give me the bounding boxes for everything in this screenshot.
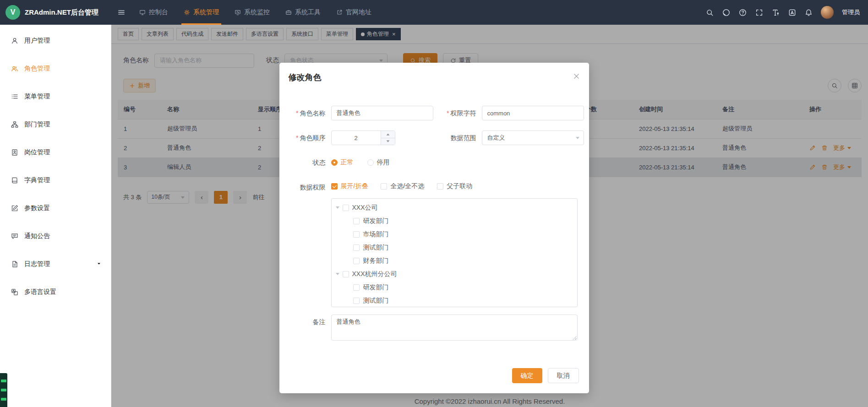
checkbox-icon	[437, 183, 443, 190]
external-link-icon	[336, 9, 343, 16]
data-perm-options: 展开/折叠全选/全不选父子联动	[331, 180, 473, 193]
org-icon	[11, 121, 18, 128]
sidebar-item-7[interactable]: 通知公告	[0, 222, 111, 250]
chevron-up-icon	[386, 133, 389, 135]
font-size-icon[interactable]	[772, 9, 780, 16]
checkbox-icon[interactable]	[353, 244, 360, 251]
tools-icon	[285, 9, 292, 16]
checkbox-icon[interactable]	[353, 284, 360, 291]
search-icon[interactable]	[706, 9, 714, 16]
dialog-body: *角色名称 普通角色 *权限字符 common *角色顺序 2	[279, 83, 589, 368]
sidebar-item-6[interactable]: 参数设置	[0, 194, 111, 222]
top-nav: 控制台系统管理系统监控系统工具官网地址	[131, 0, 379, 25]
tree-node-child[interactable]: 研发部门	[332, 214, 577, 228]
checkbox-icon	[381, 183, 387, 190]
chat-icon	[11, 233, 18, 240]
tree-node[interactable]: XXX公司	[332, 201, 577, 214]
user-name[interactable]: 管理员	[842, 8, 860, 16]
status-radio-0[interactable]: 正常	[331, 158, 354, 167]
perm-checkbox-0[interactable]: 展开/折叠	[331, 182, 368, 190]
status-radio-1[interactable]: 停用	[367, 158, 390, 167]
sidebar: 用户管理角色管理菜单管理部门管理岗位管理字典管理参数设置通知公告日志管理多语言设…	[0, 25, 111, 407]
role-name-label: *角色名称	[279, 106, 331, 120]
stepper-controls	[381, 131, 395, 145]
caret-down-icon[interactable]	[336, 273, 339, 275]
header-actions: 管理员	[706, 6, 868, 19]
sidebar-item-9[interactable]: 多语言设置	[0, 278, 111, 306]
sidebar-item-1[interactable]: 角色管理	[0, 54, 111, 82]
question-icon[interactable]	[739, 9, 747, 16]
header-icon-group	[706, 9, 813, 16]
nav-item-1[interactable]: 系统管理	[176, 0, 227, 25]
book-icon	[11, 177, 18, 184]
confirm-button[interactable]: 确定	[512, 368, 542, 383]
stepper-down-button[interactable]	[381, 138, 395, 145]
github-icon[interactable]	[722, 9, 730, 16]
perm-checkbox-2[interactable]: 父子联动	[437, 182, 472, 190]
radio-icon	[331, 159, 338, 166]
dept-tree: XXX公司研发部门市场部门测试部门财务部门XXX杭州分公司研发部门测试部门	[331, 198, 578, 307]
checkbox-icon[interactable]	[343, 271, 349, 277]
sidebar-item-0[interactable]: 用户管理	[0, 27, 111, 54]
monitor-icon	[139, 9, 146, 16]
avatar[interactable]	[821, 6, 834, 19]
checkbox-icon[interactable]	[353, 298, 360, 304]
sidebar-item-4[interactable]: 岗位管理	[0, 138, 111, 166]
checkbox-icon[interactable]	[353, 218, 360, 224]
top-header: V ZRAdmin.NET后台管理 控制台系统管理系统监控系统工具官网地址 管理…	[0, 0, 868, 25]
logo-icon: V	[5, 5, 20, 20]
app-title: ZRAdmin.NET后台管理	[25, 8, 98, 17]
radio-icon	[367, 159, 374, 166]
checkbox-icon[interactable]	[343, 205, 349, 211]
role-order-stepper[interactable]: 2	[331, 130, 395, 145]
tree-node-child[interactable]: 研发部门	[332, 281, 577, 294]
tree-node[interactable]: XXX杭州分公司	[332, 267, 577, 281]
cancel-button[interactable]: 取消	[548, 368, 579, 383]
tree-node-child[interactable]: 财务部门	[332, 254, 577, 267]
tree-node-child[interactable]: 测试部门	[332, 241, 577, 254]
edit-icon	[11, 205, 18, 212]
user-icon	[11, 37, 18, 44]
bell-icon[interactable]	[805, 9, 813, 16]
chevron-down-icon	[96, 260, 102, 268]
chevron-down-icon	[576, 137, 579, 139]
perm-checkbox-1[interactable]: 全选/全不选	[381, 182, 424, 190]
dept-tree-wrap: XXX公司研发部门市场部门测试部门财务部门XXX杭州分公司研发部门测试部门	[331, 198, 589, 307]
data-perm-label: 数据权限	[279, 180, 331, 195]
sidebar-item-5[interactable]: 字典管理	[0, 166, 111, 194]
checkbox-icon[interactable]	[353, 258, 360, 264]
dialog-header: 修改角色	[279, 63, 589, 83]
badge-icon	[11, 149, 18, 156]
tree-node-child[interactable]: 测试部门	[332, 294, 577, 307]
app-logo[interactable]: V ZRAdmin.NET后台管理	[0, 0, 111, 25]
role-order-label: *角色顺序	[279, 130, 331, 145]
tree-node-child[interactable]: 市场部门	[332, 228, 577, 241]
sidebar-item-2[interactable]: 菜单管理	[0, 82, 111, 110]
fullscreen-icon[interactable]	[755, 9, 763, 16]
caret-down-icon[interactable]	[336, 206, 339, 209]
status-radio-group: 正常停用	[331, 155, 390, 170]
dialog-title: 修改角色	[289, 72, 322, 83]
data-scope-select[interactable]: 自定义	[482, 130, 584, 145]
remark-textarea[interactable]: 普通角色	[331, 315, 578, 341]
sidebar-item-3[interactable]: 部门管理	[0, 110, 111, 138]
monitor-pulse-icon	[235, 9, 241, 16]
edit-role-dialog: 修改角色 *角色名称 普通角色 *权限字符 common *角色顺序 2	[279, 63, 589, 393]
checkbox-icon	[331, 183, 338, 190]
stepper-up-button[interactable]	[381, 131, 395, 138]
nav-item-4[interactable]: 官网地址	[328, 0, 379, 25]
dialog-role-name-input[interactable]: 普通角色	[331, 106, 433, 120]
nav-item-0[interactable]: 控制台	[131, 0, 176, 25]
nav-item-3[interactable]: 系统工具	[278, 0, 328, 25]
status-label: 状态	[279, 155, 331, 170]
hamburger-icon	[117, 8, 126, 16]
dialog-perm-char-input[interactable]: common	[482, 106, 584, 120]
corner-widget	[0, 373, 7, 407]
sidebar-toggle-button[interactable]	[111, 0, 131, 25]
nav-item-2[interactable]: 系统监控	[227, 0, 278, 25]
data-scope-label: 数据范围	[434, 130, 482, 145]
dialog-close-icon[interactable]	[573, 73, 580, 80]
sidebar-item-8[interactable]: 日志管理	[0, 250, 111, 278]
language-icon[interactable]	[788, 9, 796, 16]
checkbox-icon[interactable]	[353, 231, 360, 238]
